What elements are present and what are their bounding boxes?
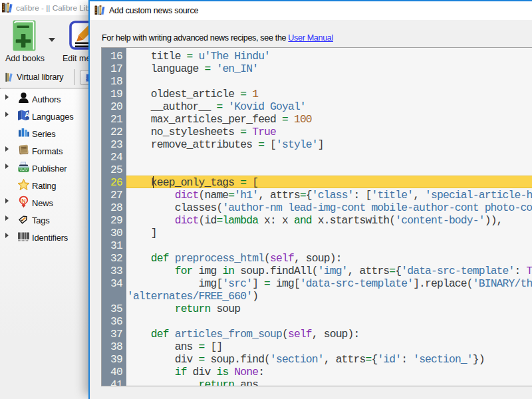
svg-text:N: N [21,197,26,203]
svg-text:A: A [25,111,29,118]
